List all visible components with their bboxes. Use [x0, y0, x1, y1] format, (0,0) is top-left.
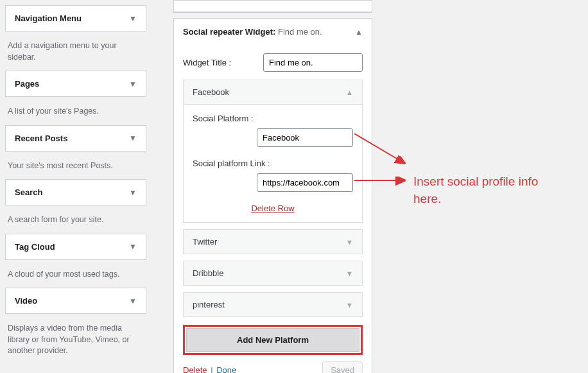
caret-down-icon: ▼ [346, 270, 353, 277]
widget-placeholder-top [173, 0, 372, 13]
widget-recent-posts[interactable]: Recent Posts ▼ [5, 125, 146, 152]
widget-desc: A search form for your site. [5, 211, 146, 234]
platform-header-pinterest[interactable]: pinterest ▼ [183, 292, 363, 317]
platform-name: pinterest [193, 300, 225, 309]
caret-up-icon: ▲ [346, 89, 353, 96]
caret-down-icon: ▼ [346, 301, 353, 309]
widget-desc: Displays a video from the media library … [5, 319, 146, 365]
widget-title: Navigation Menu [15, 13, 82, 23]
widget-title-row: Widget Title : [183, 53, 363, 72]
caret-down-icon: ▼ [129, 80, 137, 89]
annotation-text: Insert social profile info here. [413, 173, 542, 207]
caret-down-icon: ▼ [346, 238, 353, 246]
widget-editor-column: Social repeater Widget: Find me on. ▲ Wi… [173, 0, 372, 373]
widget-title: Pages [15, 79, 39, 89]
widget-navigation-menu[interactable]: Navigation Menu ▼ [5, 5, 146, 31]
add-new-platform-button[interactable]: Add New Platform [186, 328, 359, 352]
widget-desc: A list of your site's Pages. [5, 102, 146, 125]
platform-name: Twitter [193, 237, 217, 247]
platform-repeater: Facebook ▲ Social Platform : Social plat… [183, 80, 363, 223]
platform-name: Dribbble [193, 268, 223, 278]
widget-title: Video [15, 296, 37, 306]
highlight-box: Add New Platform [183, 325, 363, 355]
caret-down-icon: ▼ [129, 242, 137, 251]
widget-actions: Delete | Done Saved [183, 361, 363, 373]
widget-title: Tag Cloud [15, 242, 55, 252]
platform-header-twitter[interactable]: Twitter ▼ [183, 229, 363, 254]
caret-down-icon: ▼ [129, 188, 137, 197]
svg-line-0 [354, 134, 403, 162]
widget-body: Widget Title : Facebook ▲ Social Platfor… [174, 44, 372, 373]
platform-header-dribbble[interactable]: Dribbble ▼ [183, 261, 363, 286]
available-widgets-panel: Navigation Menu ▼ Add a navigation menu … [5, 5, 146, 365]
social-repeater-widget: Social repeater Widget: Find me on. ▲ Wi… [173, 18, 372, 373]
social-link-input[interactable] [257, 173, 353, 192]
annotation-arrow-icon [354, 175, 412, 187]
done-link[interactable]: Done [216, 365, 236, 373]
widget-heading: Social repeater Widget: Find me on. [183, 27, 322, 37]
saved-button[interactable]: Saved [322, 361, 363, 373]
annotation-arrow-icon [354, 125, 412, 170]
widget-title-input[interactable] [263, 53, 363, 72]
separator: | [211, 365, 212, 373]
caret-down-icon: ▼ [129, 14, 137, 23]
social-platform-group: Social Platform : [193, 114, 353, 147]
delete-widget-link[interactable]: Delete [183, 365, 207, 373]
caret-up-icon: ▲ [355, 28, 363, 37]
widget-desc: Your site's most recent Posts. [5, 157, 146, 180]
widget-search[interactable]: Search ▼ [5, 179, 146, 205]
widget-title: Recent Posts [15, 134, 67, 143]
social-platform-label: Social Platform : [193, 114, 353, 123]
social-link-label: Social platform Link : [193, 159, 353, 168]
delete-row-link[interactable]: Delete Row [251, 204, 294, 213]
widget-expand-header[interactable]: Social repeater Widget: Find me on. ▲ [174, 19, 372, 44]
widget-name: Social repeater Widget: [183, 27, 275, 37]
action-links: Delete | Done [183, 365, 236, 373]
widget-desc: Add a navigation menu to your sidebar. [5, 37, 146, 71]
widget-subtitle: Find me on. [278, 27, 322, 37]
widget-tag-cloud[interactable]: Tag Cloud ▼ [5, 234, 146, 260]
widget-title-label: Widget Title : [183, 58, 254, 67]
widget-title: Search [15, 187, 42, 197]
platform-name: Facebook [193, 87, 229, 97]
platform-content: Social Platform : Social platform Link :… [184, 104, 362, 222]
social-platform-input[interactable] [257, 128, 353, 147]
widget-pages[interactable]: Pages ▼ [5, 71, 146, 97]
social-link-group: Social platform Link : [193, 159, 353, 192]
widget-desc: A cloud of your most used tags. [5, 265, 146, 288]
caret-down-icon: ▼ [129, 134, 137, 143]
platform-header-facebook[interactable]: Facebook ▲ [184, 80, 362, 104]
caret-down-icon: ▼ [129, 297, 137, 306]
widget-video[interactable]: Video ▼ [5, 288, 146, 314]
